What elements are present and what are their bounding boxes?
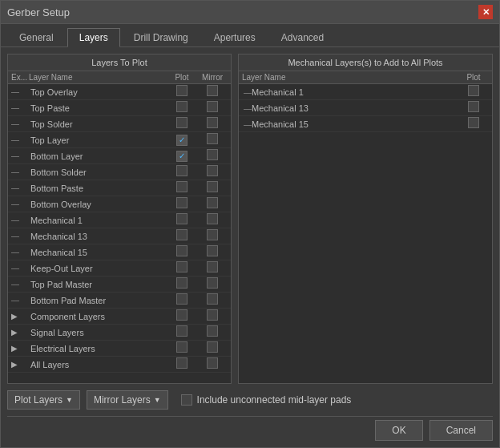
row-plot-checkbox[interactable]	[167, 165, 197, 179]
tab-layers[interactable]: Layers	[67, 28, 120, 47]
plot-checkbox[interactable]	[176, 181, 188, 192]
mirror-checkbox[interactable]	[207, 213, 218, 224]
plot-checkbox[interactable]	[176, 117, 188, 128]
plot-layers-button[interactable]: Plot Layers ▼	[7, 390, 80, 410]
mirror-checkbox[interactable]	[207, 325, 218, 337]
plot-checkbox[interactable]	[176, 213, 188, 224]
tab-apertures[interactable]: Apertures	[202, 28, 268, 46]
left-table-row[interactable]: — Mechanical 1	[8, 212, 231, 228]
mirror-checkbox[interactable]	[207, 309, 218, 321]
mirror-checkbox[interactable]	[207, 229, 218, 240]
row-plot-checkbox[interactable]	[167, 117, 197, 131]
plot-checkbox[interactable]	[176, 245, 188, 256]
plot-checkbox[interactable]	[176, 151, 188, 162]
rrow-plot-checkbox[interactable]	[458, 101, 489, 115]
row-plot-checkbox[interactable]	[167, 181, 197, 195]
row-mirror-checkbox[interactable]	[197, 197, 228, 211]
rplot-checkbox[interactable]	[468, 117, 479, 128]
row-mirror-checkbox[interactable]	[197, 101, 228, 115]
plot-checkbox[interactable]	[176, 135, 188, 146]
row-mirror-checkbox[interactable]	[197, 357, 228, 371]
rplot-checkbox[interactable]	[468, 85, 479, 96]
row-mirror-checkbox[interactable]	[197, 165, 228, 179]
mirror-checkbox[interactable]	[207, 117, 218, 128]
left-table-row[interactable]: ▶ Component Layers	[8, 309, 231, 325]
row-plot-checkbox[interactable]	[167, 309, 197, 323]
ok-button[interactable]: OK	[375, 420, 422, 441]
tab-advanced[interactable]: Advanced	[269, 28, 336, 46]
left-table-row[interactable]: — Bottom Solder	[8, 164, 231, 180]
left-table-row[interactable]: — Mechanical 15	[8, 244, 231, 260]
left-table-row[interactable]: — Keep-Out Layer	[8, 260, 231, 276]
left-table-row[interactable]: — Top Solder	[8, 116, 231, 132]
row-plot-checkbox[interactable]	[167, 197, 197, 211]
row-plot-checkbox[interactable]	[167, 101, 197, 115]
row-plot-checkbox[interactable]	[167, 150, 197, 162]
left-table-row[interactable]: ▶ All Layers	[8, 357, 231, 373]
mirror-checkbox[interactable]	[207, 165, 218, 176]
mirror-checkbox[interactable]	[207, 277, 218, 289]
plot-checkbox[interactable]	[176, 341, 188, 353]
row-plot-checkbox[interactable]	[167, 261, 197, 275]
row-mirror-checkbox[interactable]	[197, 213, 228, 227]
mirror-checkbox[interactable]	[207, 133, 218, 144]
row-mirror-checkbox[interactable]	[197, 261, 228, 275]
mirror-checkbox[interactable]	[207, 149, 218, 160]
row-plot-checkbox[interactable]	[167, 245, 197, 259]
left-table-row[interactable]: — Top Overlay	[8, 84, 231, 100]
left-table-row[interactable]: — Bottom Overlay	[8, 196, 231, 212]
row-mirror-checkbox[interactable]	[197, 325, 228, 339]
row-mirror-checkbox[interactable]	[197, 277, 228, 291]
row-mirror-checkbox[interactable]	[197, 133, 228, 147]
row-plot-checkbox[interactable]	[167, 293, 197, 307]
tab-drill-drawing[interactable]: Drill Drawing	[122, 28, 200, 46]
plot-checkbox[interactable]	[176, 357, 188, 369]
left-table-row[interactable]: ▶ Signal Layers	[8, 325, 231, 341]
plot-checkbox[interactable]	[176, 293, 188, 305]
row-mirror-checkbox[interactable]	[197, 309, 228, 323]
plot-checkbox[interactable]	[176, 197, 188, 208]
row-mirror-checkbox[interactable]	[197, 293, 228, 307]
row-mirror-checkbox[interactable]	[197, 245, 228, 259]
row-mirror-checkbox[interactable]	[197, 117, 228, 131]
row-plot-checkbox[interactable]	[167, 85, 197, 99]
mirror-checkbox[interactable]	[207, 197, 218, 208]
row-mirror-checkbox[interactable]	[197, 85, 228, 99]
plot-checkbox[interactable]	[176, 309, 188, 321]
mirror-checkbox[interactable]	[207, 85, 218, 96]
right-table-row[interactable]: —Mechanical 1	[239, 84, 492, 100]
left-table-row[interactable]: — Mechanical 13	[8, 228, 231, 244]
left-table-row[interactable]: — Bottom Layer	[8, 148, 231, 164]
row-plot-checkbox[interactable]	[167, 134, 197, 146]
mirror-checkbox[interactable]	[207, 181, 218, 192]
tab-general[interactable]: General	[7, 28, 66, 46]
row-plot-checkbox[interactable]	[167, 213, 197, 227]
mirror-checkbox[interactable]	[207, 261, 218, 272]
mirror-checkbox[interactable]	[207, 341, 218, 353]
rrow-plot-checkbox[interactable]	[458, 117, 489, 131]
mirror-checkbox[interactable]	[207, 357, 218, 369]
row-plot-checkbox[interactable]	[167, 277, 197, 291]
left-table-row[interactable]: ▶ Electrical Layers	[8, 341, 231, 357]
mirror-checkbox[interactable]	[207, 101, 218, 112]
plot-checkbox[interactable]	[176, 261, 188, 272]
plot-checkbox[interactable]	[176, 229, 188, 240]
left-table-row[interactable]: — Bottom Paste	[8, 180, 231, 196]
row-plot-checkbox[interactable]	[167, 325, 197, 339]
row-plot-checkbox[interactable]	[167, 341, 197, 355]
plot-checkbox[interactable]	[176, 325, 188, 337]
plot-checkbox[interactable]	[176, 101, 188, 112]
mirror-checkbox[interactable]	[207, 245, 218, 256]
cancel-button[interactable]: Cancel	[429, 420, 493, 441]
row-mirror-checkbox[interactable]	[197, 341, 228, 355]
plot-checkbox[interactable]	[176, 165, 188, 176]
right-table-row[interactable]: —Mechanical 15	[239, 116, 492, 132]
close-button[interactable]: ✕	[478, 5, 493, 19]
row-mirror-checkbox[interactable]	[197, 181, 228, 195]
left-table-row[interactable]: — Top Paste	[8, 100, 231, 116]
include-unconnected-checkbox[interactable]	[181, 394, 192, 406]
rrow-plot-checkbox[interactable]	[458, 85, 489, 99]
left-table-row[interactable]: — Top Layer	[8, 132, 231, 148]
left-table-row[interactable]: — Bottom Pad Master	[8, 293, 231, 309]
plot-checkbox[interactable]	[176, 277, 188, 289]
